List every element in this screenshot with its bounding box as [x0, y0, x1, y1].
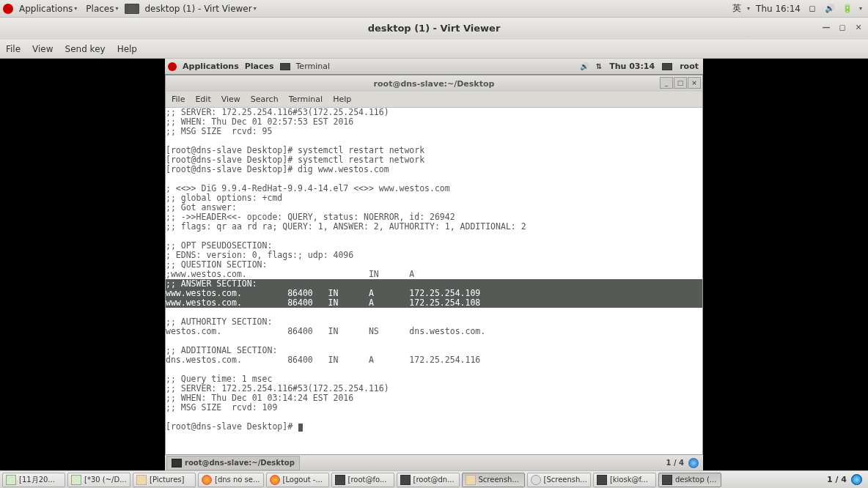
maximize-button[interactable]: ◻ — [836, 21, 849, 34]
minimize-button[interactable]: — — [820, 21, 833, 34]
taskbar-item[interactable]: [Screensh... — [527, 473, 591, 487]
gedit-icon — [71, 475, 81, 485]
terminal-prompt: [root@dns-slave Desktop]# — [166, 421, 298, 432]
host-taskbar: [11月20... [*30 (~/D... [Pictures] [dns n… — [0, 470, 868, 488]
chevron-down-icon: ▾ — [74, 5, 77, 12]
menu-view[interactable]: View — [221, 95, 240, 104]
terminal-icon — [280, 63, 290, 70]
window-menu[interactable]: desktop (1) - Virt Viewer ▾ — [142, 2, 260, 15]
terminal-icon — [172, 459, 182, 467]
volume-icon[interactable]: 🔊 — [580, 62, 589, 70]
window-title: desktop (1) - Virt Viewer — [368, 23, 501, 34]
close-button[interactable]: × — [688, 77, 701, 89]
taskbar-item-terminal[interactable]: root@dns-slave:~/Desktop — [166, 456, 300, 470]
maximize-button[interactable]: □ — [674, 77, 687, 89]
menu-terminal[interactable]: Terminal — [289, 95, 323, 104]
terminal-icon — [597, 475, 607, 485]
image-viewer-icon — [531, 475, 541, 485]
folder-icon — [136, 475, 147, 485]
menu-search[interactable]: Search — [251, 95, 279, 104]
firefox-icon — [270, 475, 280, 485]
cursor — [298, 424, 303, 432]
terminal-selection: ;; ANSWER SECTION: www.westos.com. 86400… — [166, 279, 702, 308]
taskbar-item[interactable]: [root@fo... — [331, 473, 394, 487]
guest-clock[interactable]: Thu 03:14 — [609, 62, 655, 71]
guest-user[interactable]: root — [680, 62, 699, 71]
terminal-menubar: File Edit View Search Terminal Help — [166, 92, 702, 108]
taskbar-item[interactable]: [Pictures] — [133, 473, 196, 487]
terminal-title: root@dns-slave:~/Desktop — [374, 79, 495, 89]
menu-edit[interactable]: Edit — [195, 95, 210, 104]
guest-task-terminal[interactable]: Terminal — [296, 62, 331, 71]
firefox-icon — [202, 475, 212, 485]
taskbar-item[interactable]: [dns no se... — [198, 473, 264, 487]
applications-menu[interactable]: Applications ▾ — [16, 2, 80, 15]
battery-icon[interactable]: 🔋 — [842, 3, 853, 15]
menu-view[interactable]: View — [32, 44, 53, 54]
screenshot-icon — [466, 475, 476, 485]
taskbar-item[interactable]: [Logout -... — [266, 473, 329, 487]
guest-top-panel: Applications Places Terminal 🔊 ⇅ Thu 03:… — [165, 59, 703, 75]
workspace-switcher-icon[interactable] — [851, 474, 862, 485]
taskbar-item[interactable]: [*30 (~/D... — [67, 473, 130, 487]
terminal-icon — [400, 475, 411, 485]
display-icon — [662, 475, 672, 485]
chevron-down-icon: ▾ — [859, 5, 862, 12]
terminal-output-bottom: ;; AUTHORITY SECTION: westos.com. 86400 … — [166, 317, 485, 413]
workspace-indicator[interactable]: 1 / 4 — [666, 459, 684, 467]
terminal-titlebar: root@dns-slave:~/Desktop _ □ × — [166, 75, 702, 92]
taskbar-item[interactable]: [kiosk@f... — [593, 473, 656, 487]
menu-file[interactable]: File — [172, 95, 185, 104]
guest-display[interactable]: Applications Places Terminal 🔊 ⇅ Thu 03:… — [0, 59, 868, 470]
workspace-switcher-icon[interactable] — [688, 458, 699, 468]
chevron-down-icon: ▾ — [747, 5, 750, 12]
menubar: File View Send key Help — [0, 40, 868, 59]
terminal-icon — [335, 475, 345, 485]
guest-places-menu[interactable]: Places — [245, 62, 274, 71]
gedit-icon — [6, 475, 16, 485]
ime-indicator[interactable]: 英 — [732, 2, 741, 15]
user-icon — [662, 63, 672, 70]
clock[interactable]: Thu 16:14 — [756, 4, 801, 14]
close-button[interactable]: ✕ — [852, 21, 865, 34]
host-top-panel: Applications ▾ Places ▾ desktop (1) - Vi… — [0, 0, 868, 18]
menu-sendkey[interactable]: Send key — [65, 44, 106, 54]
chevron-down-icon: ▾ — [115, 5, 118, 12]
menu-file[interactable]: File — [6, 44, 21, 54]
places-menu[interactable]: Places ▾ — [83, 2, 121, 15]
taskbar-item[interactable]: desktop (... — [658, 473, 721, 487]
volume-icon[interactable]: 🔊 — [824, 3, 836, 15]
red-hat-icon — [168, 62, 177, 71]
taskbar-item[interactable]: Screensh... — [462, 473, 525, 487]
menu-help[interactable]: Help — [117, 44, 137, 54]
taskbar-item[interactable]: [11月20... — [2, 473, 65, 487]
chevron-down-icon: ▾ — [254, 5, 257, 12]
taskbar-item[interactable]: [root@dn... — [397, 473, 460, 487]
terminal-body[interactable]: ;; SERVER: 172.25.254.116#53(172.25.254.… — [166, 108, 702, 455]
workspace-indicator[interactable]: 1 / 4 — [827, 475, 847, 484]
minimize-button[interactable]: _ — [660, 77, 673, 89]
network-icon[interactable]: ⇅ — [596, 62, 602, 70]
window-icon — [125, 4, 139, 14]
menu-help[interactable]: Help — [333, 95, 351, 104]
accessibility-icon[interactable]: ◻ — [806, 3, 818, 15]
guest-applications-menu[interactable]: Applications — [183, 62, 239, 71]
guest-taskbar: root@dns-slave:~/Desktop 1 / 4 — [165, 454, 703, 470]
terminal-window: root@dns-slave:~/Desktop _ □ × File Edit… — [165, 75, 703, 454]
titlebar: desktop (1) - Virt Viewer — ◻ ✕ — [0, 18, 868, 40]
red-hat-icon — [3, 4, 13, 14]
terminal-output-top: ;; SERVER: 172.25.254.116#53(172.25.254.… — [166, 108, 526, 279]
virt-viewer-window: desktop (1) - Virt Viewer — ◻ ✕ File Vie… — [0, 18, 868, 470]
